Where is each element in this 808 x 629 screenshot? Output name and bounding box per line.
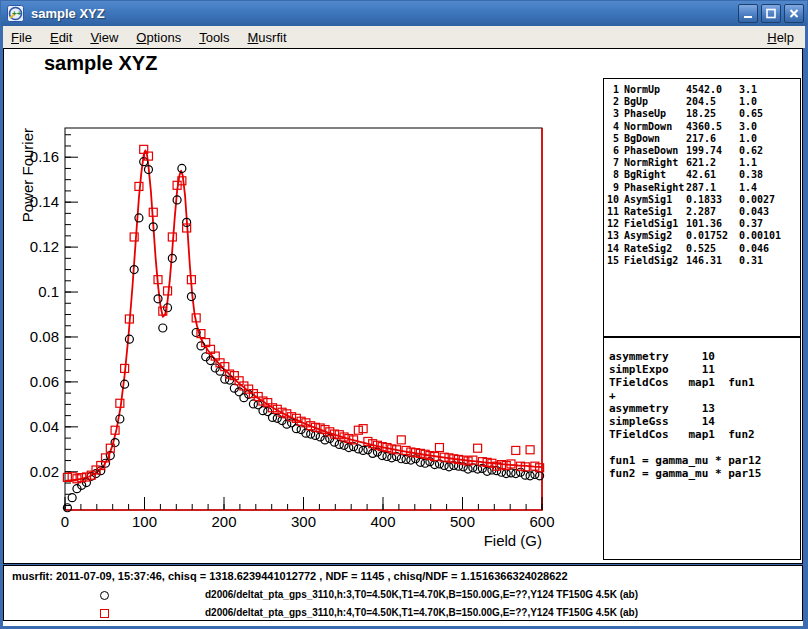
fit-status-line: musrfit: 2011-07-09, 15:37:46, chisq = 1… (12, 570, 568, 582)
theory-line: asymmetry 13 (609, 402, 800, 415)
legend-run-label: d2006/deltat_pta_gps_3110,h:3,T0=4.50K,T… (205, 589, 638, 600)
theory-line: simplExpo 11 (609, 363, 800, 376)
plot-frame (65, 128, 542, 510)
y-tick-label: 0.12 (30, 238, 59, 255)
fit-curve-line (65, 150, 542, 480)
theory-function-box: asymmetry 10simplExpo 11TFieldCos map1 f… (603, 337, 801, 560)
parameter-row: 4NormDown4360.53.0 (604, 121, 800, 133)
parameter-row: 8BgRight42.610.38 (604, 169, 800, 181)
fit-frame-edge (65, 128, 542, 510)
parameter-row: 14RateSig20.5250.046 (604, 243, 800, 255)
parameter-row: 7NormRight621.21.1 (604, 157, 800, 169)
y-tick-label: 0.04 (30, 418, 59, 435)
theory-line: simpleGss 14 (609, 415, 800, 428)
theory-line: TFieldCos map1 fun1 (609, 376, 800, 389)
parameter-row: 13AsymSig20.017520.00101 (604, 230, 800, 242)
theory-line: fun1 = gamma_mu * par12 (609, 454, 800, 467)
parameter-row: 15FieldSig2146.310.31 (604, 255, 800, 267)
parameter-row: 12FieldSig1101.360.37 (604, 218, 800, 230)
y-axis-title: Power Fourier (19, 128, 36, 222)
theory-line: fun2 = gamma_mu * par15 (609, 467, 800, 480)
x-tick-label: 500 (450, 513, 475, 530)
circle-marker-icon (100, 591, 109, 600)
x-axis-title: Field (G) (484, 532, 542, 549)
x-tick-label: 0 (61, 513, 69, 530)
parameter-row: 2BgUp204.51.0 (604, 96, 800, 108)
fit-parameter-box: 1NormUp4542.03.12BgUp204.51.03PhaseUp18.… (603, 78, 801, 337)
musrfit-window: ++ sample XYZ FileEditViewOptionsToolsMu… (0, 0, 808, 629)
parameter-row: 3PhaseUp18.250.65 (604, 108, 800, 120)
theory-line (609, 441, 800, 454)
parameter-row: 5BgDown217.61.0 (604, 133, 800, 145)
parameter-row: 1NormUp4542.03.1 (604, 84, 800, 96)
x-tick-label: 300 (291, 513, 316, 530)
y-tick-label: 0.08 (30, 328, 59, 345)
x-tick-label: 400 (370, 513, 395, 530)
legend-run-label: d2006/deltat_pta_gps_3110,h:4,T0=4.50K,T… (205, 607, 638, 618)
y-tick-label: 0.02 (30, 463, 59, 480)
y-tick-label: 0.06 (30, 373, 59, 390)
theory-line: TFieldCos map1 fun2 (609, 428, 800, 441)
y-tick-label: 0.1 (38, 283, 59, 300)
parameter-row: 10AsymSig10.18330.0027 (604, 194, 800, 206)
x-tick-label: 600 (529, 513, 554, 530)
parameter-row: 11RateSig12.2870.043 (604, 206, 800, 218)
theory-line: + (609, 389, 800, 402)
square-marker-icon (100, 609, 109, 618)
parameter-row: 6PhaseDown199.740.62 (604, 145, 800, 157)
theory-line: asymmetry 10 (609, 350, 800, 363)
parameter-row: 9PhaseRight287.11.4 (604, 182, 800, 194)
x-tick-label: 200 (211, 513, 236, 530)
x-tick-label: 100 (132, 513, 157, 530)
